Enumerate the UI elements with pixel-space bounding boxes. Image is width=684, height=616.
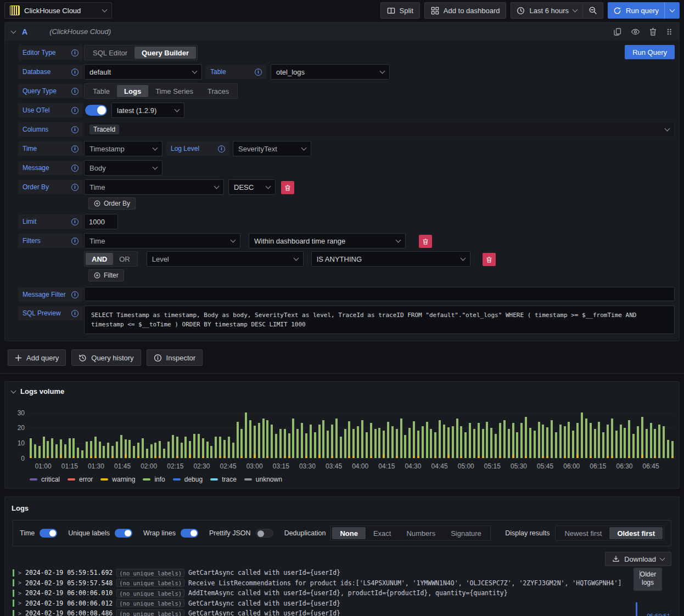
- info-icon[interactable]: i: [71, 218, 79, 225]
- panel-run-query-button[interactable]: Run Query: [625, 45, 675, 59]
- wrap-lines-toggle[interactable]: [181, 529, 198, 538]
- legend-item-trace[interactable]: trace: [210, 476, 237, 483]
- scroll-position-indicator[interactable]: [636, 602, 637, 616]
- order-by-field-select[interactable]: Time: [84, 179, 224, 195]
- info-icon[interactable]: i: [71, 126, 79, 133]
- table-select[interactable]: otel_logs: [271, 64, 390, 80]
- volume-bar: [240, 429, 243, 458]
- conjunction-or[interactable]: OR: [113, 253, 136, 265]
- zoom-out-button[interactable]: [583, 3, 603, 18]
- time-column-select[interactable]: Timestamp: [84, 141, 162, 156]
- query-type-time-series[interactable]: Time Series: [148, 85, 200, 97]
- editor-type-query-builder[interactable]: Query Builder: [134, 47, 196, 59]
- prettify-json-toggle[interactable]: [256, 529, 273, 538]
- filter-operator-select[interactable]: Within dashboard time range: [249, 233, 406, 248]
- order-newest-first[interactable]: Newest first: [557, 527, 609, 539]
- dedup-none[interactable]: None: [332, 527, 366, 539]
- use-otel-toggle[interactable]: [85, 105, 107, 116]
- info-icon[interactable]: i: [71, 49, 79, 56]
- info-icon[interactable]: i: [71, 69, 79, 76]
- volume-bar: [378, 428, 380, 458]
- log-row[interactable]: >2024-02-19 05:59:51.692(no unique label…: [13, 568, 671, 578]
- datasource-picker[interactable]: ClickHouse Cloud: [4, 2, 112, 19]
- legend-item-info[interactable]: info: [143, 476, 165, 483]
- column-chip[interactable]: TraceId: [89, 125, 119, 134]
- otel-version-select[interactable]: latest (1.2.9): [111, 103, 184, 118]
- columns-multiselect[interactable]: TraceId: [84, 122, 675, 137]
- filter-level-field-select[interactable]: Level: [147, 251, 304, 267]
- info-icon[interactable]: i: [71, 238, 79, 245]
- query-type-table[interactable]: Table: [86, 85, 117, 97]
- info-icon[interactable]: i: [71, 107, 79, 114]
- add-to-dashboard-button[interactable]: Add to dashboard: [424, 2, 507, 19]
- remove-level-filter-button[interactable]: [483, 253, 496, 266]
- info-icon[interactable]: i: [71, 165, 79, 172]
- split-button[interactable]: Split: [380, 2, 420, 19]
- download-button[interactable]: Download: [605, 552, 671, 566]
- info-icon[interactable]: i: [71, 145, 79, 152]
- duplicate-query-icon[interactable]: [613, 27, 622, 36]
- limit-input[interactable]: [84, 214, 118, 229]
- inspector-button[interactable]: Inspector: [147, 349, 203, 366]
- explore-page: ClickHouse Cloud Split Add to dashboard …: [0, 0, 684, 616]
- time-toggle[interactable]: [40, 529, 57, 538]
- query-history-button[interactable]: Query history: [71, 349, 141, 366]
- legend-item-error[interactable]: error: [68, 476, 93, 483]
- add-order-by-button[interactable]: Order By: [88, 197, 136, 210]
- order-by-direction-select[interactable]: DESC: [228, 179, 276, 195]
- log-timestamp: 2024-02-19 05:59:51.692: [25, 569, 113, 577]
- legend-item-critical[interactable]: critical: [30, 476, 60, 483]
- expand-chevron-icon[interactable]: >: [18, 611, 21, 616]
- unique-labels-toggle[interactable]: [115, 529, 132, 538]
- message-column-select[interactable]: Body: [84, 160, 162, 176]
- legend-item-unknown[interactable]: unknown: [244, 476, 282, 483]
- log-row[interactable]: >2024-02-19 06:00:06.012(no unique label…: [13, 598, 671, 609]
- conjunction-and[interactable]: AND: [86, 253, 113, 265]
- drag-handle-icon[interactable]: [666, 27, 672, 36]
- log-row[interactable]: >2024-02-19 05:59:57.548(no unique label…: [13, 578, 671, 589]
- order-oldest-first[interactable]: Oldest first: [609, 527, 663, 539]
- legend-item-debug[interactable]: debug: [173, 476, 203, 483]
- add-filter-button[interactable]: Filter: [88, 269, 124, 281]
- log-level-select[interactable]: SeverityText: [233, 141, 311, 156]
- older-logs-button[interactable]: Older logs: [633, 568, 662, 591]
- expand-chevron-icon[interactable]: >: [18, 580, 21, 586]
- filter-field-select[interactable]: Time: [84, 233, 240, 248]
- database-select[interactable]: default: [84, 64, 202, 80]
- info-icon[interactable]: i: [71, 184, 79, 191]
- add-query-button[interactable]: Add query: [8, 349, 66, 366]
- time-range-button[interactable]: Last 6 hours: [511, 3, 582, 18]
- hide-query-eye-icon[interactable]: [631, 27, 640, 36]
- circle-plus-icon: [94, 272, 100, 279]
- collapse-logs-volume-chevron-icon[interactable]: [11, 388, 16, 393]
- info-icon[interactable]: i: [218, 145, 225, 152]
- expand-chevron-icon[interactable]: >: [18, 570, 21, 576]
- volume-bar: [482, 429, 484, 458]
- delete-query-trash-icon[interactable]: [649, 27, 657, 36]
- run-query-button[interactable]: Run query: [608, 2, 664, 19]
- info-icon[interactable]: i: [71, 291, 79, 298]
- filters-label: Filtersi: [18, 234, 83, 248]
- expand-chevron-icon[interactable]: >: [18, 590, 21, 596]
- legend-item-warning[interactable]: warning: [100, 476, 135, 483]
- log-row[interactable]: >2024-02-19 06:00:08.486(no unique label…: [13, 608, 671, 616]
- message-filter-input[interactable]: [84, 287, 675, 301]
- dedup-exact[interactable]: Exact: [366, 527, 399, 539]
- collapse-query-chevron-icon[interactable]: [11, 28, 16, 33]
- remove-filter-button[interactable]: [419, 235, 432, 248]
- info-icon[interactable]: i: [255, 69, 262, 76]
- run-query-dropdown[interactable]: [665, 2, 680, 19]
- dedup-signature[interactable]: Signature: [443, 527, 489, 539]
- query-type-logs[interactable]: Logs: [117, 85, 148, 97]
- query-type-traces[interactable]: Traces: [200, 85, 236, 97]
- dedup-numbers[interactable]: Numbers: [399, 527, 443, 539]
- editor-type-sql-editor[interactable]: SQL Editor: [86, 47, 134, 59]
- info-icon[interactable]: i: [71, 88, 79, 95]
- circle-plus-icon: [94, 200, 100, 207]
- info-icon[interactable]: i: [71, 310, 79, 317]
- remove-order-by-button[interactable]: [281, 181, 294, 194]
- filter-level-operator-select[interactable]: IS ANYTHING: [311, 251, 470, 267]
- expand-chevron-icon[interactable]: >: [18, 600, 21, 606]
- log-row[interactable]: >2024-02-19 06:00:06.010(no unique label…: [13, 588, 671, 598]
- chart-plot-area[interactable]: [30, 413, 675, 459]
